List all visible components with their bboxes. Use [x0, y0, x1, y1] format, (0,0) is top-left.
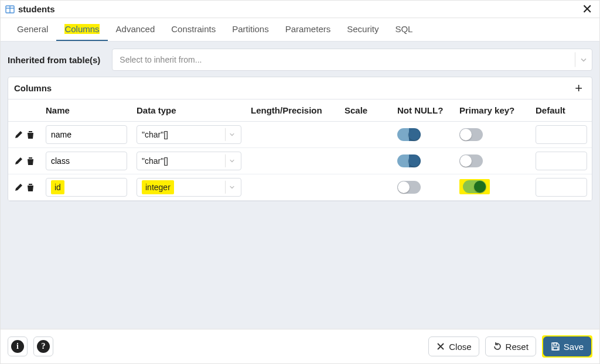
col-name: Name: [41, 99, 132, 122]
inherit-row: Inherited from table(s) Select to inheri…: [8, 49, 592, 71]
delete-row-button[interactable]: [25, 129, 36, 140]
table-icon: [5, 5, 15, 14]
table-row: idinteger: [8, 174, 592, 201]
dtype-select[interactable]: "char"[]: [137, 125, 241, 144]
edit-row-button[interactable]: [13, 155, 25, 167]
svg-rect-4: [553, 347, 558, 350]
tab-sql[interactable]: SQL: [387, 18, 421, 41]
panel-header: Columns +: [8, 77, 592, 99]
info-button[interactable]: i: [8, 336, 28, 356]
grid-header: Name Data type Length/Precision Scale No…: [8, 99, 592, 122]
panel-title: Columns: [14, 83, 571, 93]
tab-general[interactable]: General: [9, 18, 56, 41]
tab-constraints[interactable]: Constraints: [163, 18, 224, 41]
close-icon[interactable]: ✕: [579, 3, 595, 16]
x-icon: [436, 342, 445, 351]
reset-icon: [493, 342, 502, 351]
dialog-body: Inherited from table(s) Select to inheri…: [1, 42, 599, 329]
col-len: Length/Precision: [246, 99, 340, 122]
tab-security[interactable]: Security: [339, 18, 387, 41]
reset-button[interactable]: Reset: [485, 336, 536, 356]
table-row: "char"[]: [8, 148, 592, 174]
delete-row-button[interactable]: [25, 181, 36, 193]
save-button[interactable]: Save: [543, 336, 591, 356]
default-input[interactable]: [536, 152, 587, 170]
col-def: Default: [531, 99, 592, 122]
tab-parameters[interactable]: Parameters: [277, 18, 339, 41]
help-button[interactable]: ?: [33, 336, 53, 356]
edit-row-button[interactable]: [13, 181, 25, 193]
save-label: Save: [564, 342, 584, 352]
close-button[interactable]: Close: [428, 336, 479, 356]
col-pk: Primary key?: [455, 99, 531, 122]
close-label: Close: [449, 342, 471, 352]
primary-key-toggle[interactable]: [459, 128, 483, 141]
dtype-select[interactable]: "char"[]: [137, 152, 241, 170]
col-actions: [8, 99, 41, 122]
col-scale: Scale: [340, 99, 393, 122]
reset-label: Reset: [506, 342, 529, 352]
save-icon: [551, 342, 560, 351]
inherit-select[interactable]: Select to inherit from...: [112, 49, 592, 71]
name-input[interactable]: [46, 125, 127, 144]
add-column-button[interactable]: +: [571, 82, 586, 95]
default-input[interactable]: [536, 178, 587, 197]
dialog-footer: i ? Close Reset Save: [1, 329, 599, 363]
col-nn: Not NULL?: [393, 99, 455, 122]
edit-row-button[interactable]: [13, 129, 25, 140]
columns-grid: Name Data type Length/Precision Scale No…: [8, 99, 592, 201]
primary-key-toggle[interactable]: [459, 154, 483, 167]
save-highlight: Save: [542, 335, 592, 358]
not-null-toggle[interactable]: [397, 154, 421, 167]
inherit-placeholder: Select to inherit from...: [120, 55, 202, 64]
table-properties-dialog: students ✕ GeneralColumnsAdvancedConstra…: [0, 0, 600, 364]
not-null-toggle[interactable]: [397, 181, 421, 194]
tab-partitions[interactable]: Partitions: [224, 18, 277, 41]
primary-key-toggle[interactable]: [463, 180, 486, 193]
delete-row-button[interactable]: [25, 155, 36, 167]
dialog-title: students: [18, 4, 579, 14]
name-input[interactable]: id: [46, 178, 127, 197]
not-null-toggle[interactable]: [397, 128, 421, 141]
titlebar: students ✕: [1, 1, 599, 18]
tabs: GeneralColumnsAdvancedConstraintsPartiti…: [1, 18, 599, 42]
svg-rect-3: [554, 343, 557, 345]
info-icon: i: [11, 340, 24, 353]
default-input[interactable]: [536, 125, 587, 144]
tab-columns[interactable]: Columns: [56, 18, 107, 41]
tab-advanced[interactable]: Advanced: [108, 18, 163, 41]
dtype-select[interactable]: integer: [137, 178, 241, 197]
name-input[interactable]: [46, 152, 127, 170]
help-icon: ?: [37, 340, 50, 353]
col-dtype: Data type: [132, 99, 246, 122]
inherit-label: Inherited from table(s): [8, 55, 100, 65]
columns-panel: Columns + Name Data type Length/Precisio…: [8, 77, 592, 201]
table-row: "char"[]: [8, 122, 592, 148]
chevron-down-icon: [575, 52, 587, 67]
